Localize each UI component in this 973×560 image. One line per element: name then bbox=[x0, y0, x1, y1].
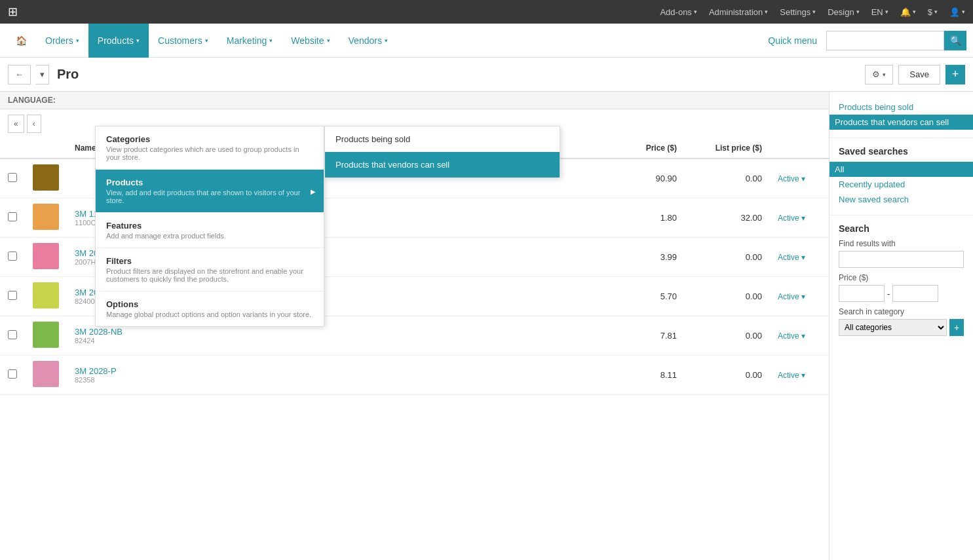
settings-menu[interactable]: Settings ▾ bbox=[780, 7, 816, 17]
row-checkbox[interactable] bbox=[8, 212, 17, 221]
price-cell: 3.99 bbox=[613, 238, 685, 277]
categories-title: Categories bbox=[106, 134, 313, 144]
features-title: Features bbox=[106, 221, 313, 231]
dropdown-features[interactable]: Features Add and manage extra product fi… bbox=[96, 213, 324, 248]
price-cell: 5.70 bbox=[613, 277, 685, 316]
nav-search-input[interactable] bbox=[826, 31, 944, 50]
price-label: Price ($) bbox=[839, 273, 964, 282]
dropdown-filters[interactable]: Filters Product filters are displayed on… bbox=[96, 248, 324, 291]
price-range: - bbox=[839, 285, 964, 302]
language-caret: ▾ bbox=[885, 9, 888, 15]
orders-caret: ▾ bbox=[76, 37, 79, 44]
design-caret: ▾ bbox=[856, 9, 860, 15]
product-name-cell: 3M 2028-P 82358 bbox=[67, 356, 613, 395]
select-all-header bbox=[0, 138, 25, 159]
product-link[interactable]: 3M 2028-NB bbox=[75, 327, 123, 337]
category-select-row: All categories + bbox=[839, 319, 964, 336]
categories-desc: View product categories which are used t… bbox=[106, 145, 313, 161]
find-results-input[interactable] bbox=[839, 251, 964, 268]
nav-search-button[interactable]: 🔍 bbox=[944, 31, 966, 50]
language-selector[interactable]: EN ▾ bbox=[871, 7, 888, 17]
list-price-header: List price ($) bbox=[685, 138, 770, 159]
price-max-input[interactable] bbox=[892, 285, 938, 302]
logo-icon[interactable]: ⊞ bbox=[8, 5, 18, 19]
nav-customers[interactable]: Customers ▾ bbox=[149, 24, 218, 58]
list-price-cell: 0.00 bbox=[685, 277, 770, 316]
status-badge[interactable]: Active ▾ bbox=[778, 292, 821, 301]
category-add-button[interactable]: + bbox=[949, 319, 964, 336]
sidebar-products-vendors-sell[interactable]: Products that vendors can sell bbox=[830, 115, 973, 130]
dropdown-categories[interactable]: Categories View product categories which… bbox=[96, 126, 324, 169]
row-checkbox[interactable] bbox=[8, 369, 17, 379]
dropdown-options[interactable]: Options Manage global product options an… bbox=[96, 291, 324, 326]
addons-menu[interactable]: Add-ons ▾ bbox=[660, 7, 696, 17]
customers-caret: ▾ bbox=[205, 37, 208, 44]
nav-home[interactable]: 🏠 bbox=[7, 24, 36, 58]
product-code: 82358 bbox=[75, 376, 605, 384]
table-row: 3M 2028-P 82358 8.11 0.00 Active ▾ bbox=[0, 356, 829, 395]
row-checkbox[interactable] bbox=[8, 252, 17, 261]
price-cell: 8.11 bbox=[613, 356, 685, 395]
main-wrapper: LANGUAGE: « ‹ Name Price ($) List price … bbox=[0, 92, 973, 560]
products-sub-dropdown: Products being sold Products that vendor… bbox=[324, 126, 560, 178]
row-checkbox[interactable] bbox=[8, 173, 17, 182]
status-badge[interactable]: Active ▾ bbox=[778, 253, 821, 262]
gear-button[interactable]: ⚙ ▾ bbox=[865, 65, 893, 84]
price-header: Price ($) bbox=[613, 138, 685, 159]
saved-search-recently-updated[interactable]: Recently updated bbox=[839, 177, 964, 192]
nav-orders[interactable]: Orders ▾ bbox=[36, 24, 88, 58]
category-select[interactable]: All categories bbox=[839, 319, 947, 336]
currency-selector[interactable]: $ ▾ bbox=[928, 7, 938, 17]
saved-search-all[interactable]: All bbox=[830, 162, 973, 177]
saved-search-new[interactable]: New saved search bbox=[839, 192, 964, 207]
list-price-cell: 0.00 bbox=[685, 159, 770, 198]
list-price-cell: 0.00 bbox=[685, 356, 770, 395]
products-title: Products bbox=[106, 177, 313, 187]
first-page-button[interactable]: « bbox=[8, 115, 24, 133]
product-code: 82424 bbox=[75, 337, 605, 345]
features-desc: Add and manage extra product fields. bbox=[106, 232, 313, 240]
list-price-cell: 0.00 bbox=[685, 238, 770, 277]
product-link[interactable]: 3M 2028-P bbox=[75, 366, 117, 376]
price-cell: 7.81 bbox=[613, 316, 685, 356]
content-area: LANGUAGE: « ‹ Name Price ($) List price … bbox=[0, 92, 829, 560]
notifications-bell[interactable]: 🔔 ▾ bbox=[900, 7, 916, 17]
saved-searches-title: Saved searches bbox=[839, 146, 964, 157]
nav-marketing[interactable]: Marketing ▾ bbox=[218, 24, 282, 58]
options-title: Options bbox=[106, 299, 313, 309]
price-min-input[interactable] bbox=[839, 285, 885, 302]
status-badge[interactable]: Active ▾ bbox=[778, 371, 821, 380]
back-dropdown-button[interactable]: ▾ bbox=[36, 65, 49, 84]
row-checkbox[interactable] bbox=[8, 291, 17, 300]
quick-menu-link[interactable]: Quick menu bbox=[759, 35, 826, 46]
status-badge[interactable]: Active ▾ bbox=[778, 214, 821, 223]
administration-menu[interactable]: Administration ▾ bbox=[709, 7, 768, 17]
price-cell: 90.90 bbox=[613, 159, 685, 198]
back-button[interactable]: ← bbox=[8, 65, 31, 84]
language-label: LANGUAGE: bbox=[8, 96, 56, 105]
row-checkbox[interactable] bbox=[8, 330, 17, 339]
product-image bbox=[33, 204, 59, 230]
prev-page-button[interactable]: ‹ bbox=[27, 115, 41, 133]
products-caret: ▾ bbox=[136, 37, 140, 44]
products-desc: View, add and edit products that are sho… bbox=[106, 189, 313, 204]
saved-searches-section: Saved searches All Recently updated New … bbox=[830, 138, 973, 215]
save-button[interactable]: Save bbox=[898, 65, 940, 84]
right-sidebar: Products being sold Products that vendor… bbox=[829, 92, 973, 560]
design-menu[interactable]: Design ▾ bbox=[828, 7, 859, 17]
add-button[interactable]: + bbox=[945, 65, 965, 84]
nav-products[interactable]: Products ▾ bbox=[88, 24, 149, 58]
top-bar: ⊞ Add-ons ▾ Administration ▾ Settings ▾ … bbox=[0, 0, 973, 24]
addons-caret: ▾ bbox=[694, 9, 697, 15]
status-badge[interactable]: Active ▾ bbox=[778, 174, 821, 183]
sub-products-being-sold[interactable]: Products being sold bbox=[325, 126, 560, 152]
sub-products-vendors-sell[interactable]: Products that vendors can sell bbox=[325, 152, 560, 177]
nav-vendors[interactable]: Vendors ▾ bbox=[339, 24, 397, 58]
user-menu[interactable]: 👤 ▾ bbox=[949, 7, 965, 17]
nav-website[interactable]: Website ▾ bbox=[282, 24, 339, 58]
dropdown-products[interactable]: Products View, add and edit products tha… bbox=[96, 170, 324, 212]
sidebar-products-being-sold[interactable]: Products being sold bbox=[839, 100, 964, 115]
status-badge[interactable]: Active ▾ bbox=[778, 331, 821, 341]
filters-desc: Product filters are displayed on the sto… bbox=[106, 267, 313, 283]
list-price-cell: 0.00 bbox=[685, 316, 770, 356]
